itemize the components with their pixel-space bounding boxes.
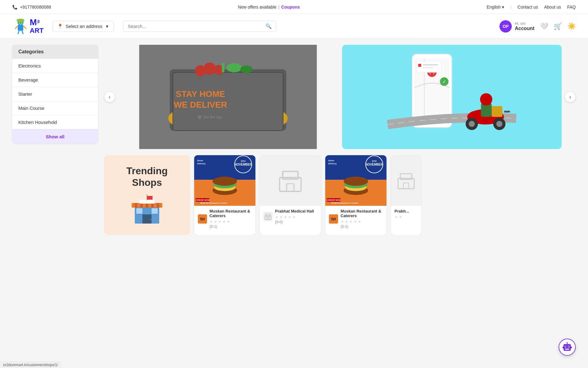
svg-point-43 [480,93,492,105]
content-area: ‹ [104,45,576,235]
carousel-inner: STAY HOME WE DELIVER 🛒 Get the app. [118,45,562,149]
carousel-next-button[interactable]: › [565,91,576,102]
shop-muskan-2-banner: 6TH NOVEMBER Home Delivery ORDER NOW MUS… [325,155,386,206]
svg-rect-34 [418,64,421,67]
search-input[interactable] [128,24,266,29]
logo[interactable]: M β ART [12,18,43,35]
svg-text:NOVEMBER: NOVEMBER [234,163,252,166]
main-content: Categories Electronics Beverage Starter … [0,39,588,241]
svg-text:Delivery: Delivery [197,163,205,165]
account-label: Account [515,26,534,31]
svg-point-56 [150,219,151,220]
greeting-text: Hi, om [515,21,534,26]
categories-box: Categories Electronics Beverage Starter … [12,45,98,144]
shop-muskan-1-rating: (0-1) [209,224,252,229]
svg-text:Home: Home [197,159,203,162]
svg-rect-55 [152,208,158,214]
faq-link[interactable]: FAQ [567,5,576,10]
header-right: OP Hi, om Account 🤍 🛒 ☀️ [499,20,576,33]
banner-grocery: STAY HOME WE DELIVER 🛒 Get the app. [118,45,338,149]
address-selector[interactable]: 📍 Select an address ▾ [53,21,114,32]
topbar-right: English ▾ | Contact us About us FAQ [487,5,576,10]
coupons-link[interactable]: Coupons [281,5,300,10]
shop-card-muskan-2[interactable]: 6TH NOVEMBER Home Delivery ORDER NOW MUS… [325,155,386,235]
svg-rect-35 [423,64,438,66]
svg-point-6 [21,22,22,23]
sidebar-item-beverage[interactable]: Beverage [12,73,98,87]
svg-text:🛒 Get the app.: 🛒 Get the app. [198,115,223,119]
banner-delivery: ✓ [342,45,562,149]
sidebar-item-starter[interactable]: Starter [12,87,98,101]
trending-section: Trending Shops [104,155,576,235]
location-pin-icon: 📍 [57,24,63,29]
shop-prabhat-banner [260,155,321,206]
svg-point-17 [204,63,216,75]
address-label: Select an address [66,24,102,29]
logo-subtext: ART [30,27,43,35]
trending-title: Trending Shops [126,165,168,189]
svg-point-20 [227,63,242,72]
shop-card-muskan-1[interactable]: 6TH NOVEMBER Home Delivery ORDER NOW MUS… [194,155,255,235]
phone-icon: 📞 [12,5,17,10]
svg-rect-54 [136,208,142,214]
muskan-banner-svg-1: 6TH NOVEMBER Home Delivery ORDER NOW MUS… [194,155,255,206]
prabhat-2-icon-svg [397,168,415,193]
svg-rect-1 [18,25,23,31]
language-selector[interactable]: English ▾ [487,5,504,10]
sidebar-item-main-course[interactable]: Main Course [12,101,98,115]
topbar-center: New offers available | Coupons [238,5,300,10]
shop-muskan-1-stars: ★★★★★ [209,219,252,224]
prabhat-icon-svg [278,168,303,193]
wishlist-icon[interactable]: 🤍 [540,22,548,30]
svg-rect-19 [222,63,224,72]
svg-rect-101 [403,183,409,189]
theme-toggle-icon[interactable]: ☀️ [567,22,576,30]
search-icon[interactable]: 🔍 [266,23,272,29]
cart-icon[interactable]: 🛒 [554,22,562,30]
svg-rect-36 [423,67,434,68]
svg-line-7 [15,26,18,29]
about-us-link[interactable]: About us [544,5,561,10]
logo-icon [12,18,29,35]
svg-rect-78 [287,184,294,191]
shop-prabhat-info: Prabhat Medical Hall ★★★★★ (0-0) [260,206,321,227]
account-section[interactable]: OP Hi, om Account [499,20,534,33]
banner-delivery-svg: ✓ [342,45,562,149]
svg-text:🍽: 🍽 [200,217,205,221]
svg-text:ORDER NOW: ORDER NOW [196,199,210,201]
sidebar-item-kitchen[interactable]: Kitchen Household [12,115,98,129]
shop-muskan-1-name: Muskan Restaurant & Caterers [209,209,252,218]
topbar-left: 📞 +917780080088 [12,5,51,10]
shop-prabhat-name: Prabhat Medical Hall [275,209,314,213]
svg-text:NOVEMBER: NOVEMBER [365,163,383,166]
muskan-banner-svg-2: 6TH NOVEMBER Home Delivery ORDER NOW MUS… [325,155,386,206]
shop-muskan-2-rating: (0-1) [341,224,383,229]
shop-muskan-2-info: 🍽 Muskan Restaurant & Caterers ★★★★★ (0-… [325,206,386,232]
svg-text:6TH: 6TH [372,160,376,163]
svg-rect-81 [266,214,270,217]
svg-point-21 [240,66,253,73]
svg-line-8 [24,26,26,29]
trending-label-card: Trending Shops [104,155,190,235]
contact-us-link[interactable]: Contact us [518,5,538,10]
svg-rect-45 [504,111,510,113]
show-all-button[interactable]: Show all [12,129,98,144]
sidebar-item-electronics[interactable]: Electronics [12,59,98,73]
shop-card-prabhat-2[interactable]: Prabh... ★★ [391,155,421,235]
carousel-section: ‹ [104,45,576,149]
chevron-down-icon: ▾ [502,5,504,10]
trending-store-illustration [129,194,165,225]
svg-rect-53 [142,214,152,224]
shop-card-prabhat[interactable]: Prabhat Medical Hall ★★★★★ (0-0) [260,155,321,235]
carousel-prev-button[interactable]: ‹ [104,91,115,102]
logo-text: M [30,18,37,27]
svg-text:STAY HOME: STAY HOME [176,89,225,99]
svg-rect-82 [267,217,269,220]
shop-prabhat-2-info: Prabh... ★★ [391,206,421,222]
categories-title: Categories [12,45,98,59]
shop-muskan-1-banner: 6TH NOVEMBER Home Delivery ORDER NOW MUS… [194,155,255,206]
svg-rect-58 [147,196,153,200]
avatar: OP [499,20,512,33]
new-offers-text: New offers available [238,5,277,10]
search-bar[interactable]: 🔍 [123,21,276,32]
